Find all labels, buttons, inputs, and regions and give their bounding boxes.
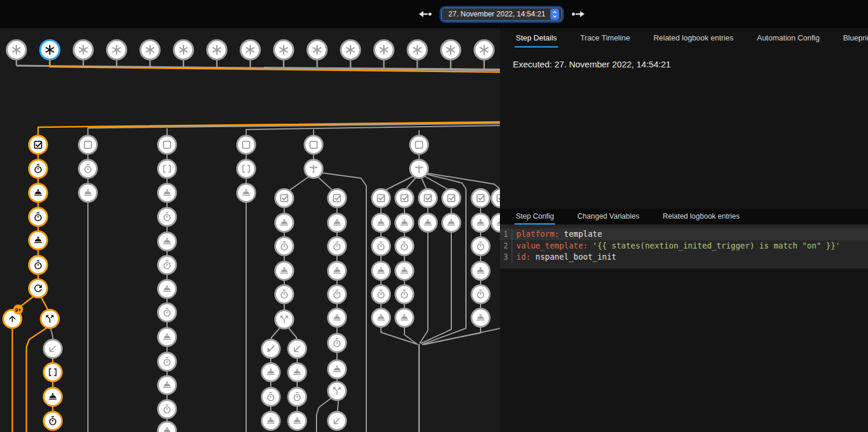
trace-node-checkbox-marked[interactable] [328, 189, 346, 208]
trace-node-arrow-bottom-left[interactable] [328, 412, 346, 430]
trace-node-timer[interactable] [372, 237, 390, 256]
trigger-node[interactable] [141, 40, 160, 60]
trace-node-call-split[interactable] [275, 311, 294, 329]
trigger-node[interactable] [107, 40, 127, 60]
trace-node-dome[interactable] [158, 376, 176, 394]
trace-node-arrow-bottom-left[interactable] [288, 340, 307, 358]
trace-node-brackets[interactable] [237, 160, 256, 178]
trace-node-timer[interactable] [158, 208, 176, 226]
trace-node-dome[interactable] [288, 363, 307, 382]
trace-node-dome[interactable] [79, 184, 97, 202]
trace-node-brackets[interactable] [158, 160, 176, 178]
trace-node-dome[interactable] [328, 309, 346, 327]
trace-node-dome[interactable] [419, 214, 437, 232]
trace-node-dome[interactable] [29, 232, 47, 250]
trigger-node[interactable] [174, 40, 193, 60]
trace-node-dome[interactable] [29, 184, 47, 202]
trace-node-checkbox-marked[interactable] [275, 189, 294, 208]
trace-node-dome[interactable] [372, 214, 390, 232]
trace-node-dome[interactable] [158, 233, 176, 251]
trace-node-timer[interactable] [158, 256, 176, 274]
trace-node-dome[interactable] [372, 262, 390, 280]
trace-node-arrow-decision[interactable] [305, 160, 323, 178]
trace-node-timer[interactable] [328, 237, 346, 256]
next-trace-button[interactable] [571, 6, 586, 22]
tab-automation-config[interactable]: Automation Config [755, 29, 821, 47]
config-tab-related-logbook-entries[interactable]: Related logbook entries [662, 209, 741, 224]
trace-node-timer[interactable] [158, 304, 176, 322]
trace-node-dome[interactable] [288, 412, 307, 430]
trace-node-dome[interactable] [328, 214, 346, 232]
trace-node-checkbox-blank[interactable] [158, 136, 176, 154]
config-tab-changed-variables[interactable]: Changed Variables [576, 209, 640, 224]
trace-node-timer[interactable] [44, 412, 62, 430]
trace-node-dome[interactable] [275, 262, 294, 280]
trace-node-timer[interactable] [158, 400, 176, 419]
trace-node-timer[interactable] [288, 388, 307, 406]
trace-node-checkbox-marked[interactable] [372, 189, 390, 208]
trace-node-timer[interactable] [262, 388, 280, 406]
trace-node-check-arrow[interactable] [262, 340, 280, 358]
trace-timestamp-select[interactable]: 27. November 2022, 14:54:21 [441, 8, 562, 21]
tab-related-logbook-entries[interactable]: Related logbook entries [652, 29, 735, 47]
trigger-node-selected[interactable] [40, 40, 60, 60]
trace-node-call-split[interactable] [328, 382, 346, 400]
trace-node-dome[interactable] [262, 412, 280, 430]
trigger-node[interactable] [274, 40, 294, 60]
yaml-code-editor[interactable]: 1platform: template2value_template: '{{ … [500, 224, 868, 268]
trace-node-dome[interactable] [237, 184, 256, 202]
trace-node-arrow-decision[interactable] [410, 160, 428, 178]
trace-node-checkbox-blank[interactable] [305, 136, 323, 154]
trace-node-dome[interactable] [158, 328, 176, 346]
trace-node-dome[interactable] [275, 214, 294, 232]
trace-graph[interactable]: 9+ [0, 28, 500, 432]
trace-node-dome[interactable] [158, 422, 176, 432]
trace-node-checkbox-blank[interactable] [79, 136, 97, 154]
trace-node-dome[interactable] [396, 309, 414, 327]
trace-node-timer[interactable] [158, 353, 176, 371]
trace-node-dome[interactable] [328, 360, 346, 379]
trace-node-brackets[interactable] [44, 363, 62, 382]
trigger-node[interactable] [408, 40, 427, 60]
trace-node-timer[interactable] [396, 285, 414, 304]
tab-trace-timeline[interactable]: Trace Timeline [579, 29, 631, 47]
trigger-node[interactable] [207, 40, 227, 60]
trace-node-timer[interactable] [29, 160, 47, 178]
previous-trace-button[interactable] [417, 6, 433, 22]
trace-node-checkbox-marked[interactable] [442, 189, 461, 208]
trace-node-dome[interactable] [442, 214, 461, 232]
trigger-node[interactable] [441, 40, 461, 60]
trace-node-timer[interactable] [29, 208, 47, 226]
trigger-node[interactable] [241, 40, 260, 60]
trigger-node[interactable] [341, 40, 360, 60]
trace-node-dome[interactable] [396, 262, 414, 280]
trace-node-checkbox-marked[interactable] [396, 189, 414, 208]
trace-node-dome[interactable] [472, 214, 490, 232]
trace-node-call-split[interactable] [41, 310, 59, 328]
trace-node-arrow-bottom-left[interactable] [44, 340, 62, 358]
trace-node-timer[interactable] [275, 237, 294, 256]
config-tab-step-config[interactable]: Step Config [515, 209, 555, 224]
trace-node-dome[interactable] [262, 363, 280, 382]
trace-node-dome[interactable] [492, 214, 501, 232]
trace-node-checkbox-marked[interactable] [492, 189, 501, 208]
trace-node-timer[interactable] [328, 285, 346, 304]
trace-node-timer[interactable] [275, 285, 294, 304]
trace-node-dome[interactable] [158, 184, 176, 202]
tab-step-details[interactable]: Step Details [515, 29, 558, 47]
trace-node-timer[interactable] [372, 285, 390, 304]
trace-node-timer[interactable] [472, 237, 490, 256]
trace-node-dome[interactable] [158, 280, 176, 298]
trace-node-timer[interactable] [328, 334, 346, 352]
trace-node-timer[interactable] [396, 237, 414, 256]
trace-node-refresh[interactable] [29, 280, 47, 298]
trigger-node[interactable] [7, 40, 26, 60]
trace-node-checkbox-blank[interactable] [410, 136, 428, 154]
trigger-node[interactable] [308, 40, 327, 60]
trigger-node[interactable] [74, 40, 93, 60]
trace-node-checkbox-marked[interactable] [419, 189, 437, 208]
trace-node-dome[interactable] [44, 388, 62, 406]
trigger-node[interactable] [375, 40, 394, 60]
trace-node-timer[interactable] [472, 285, 490, 304]
trace-node-dome[interactable] [472, 262, 490, 280]
